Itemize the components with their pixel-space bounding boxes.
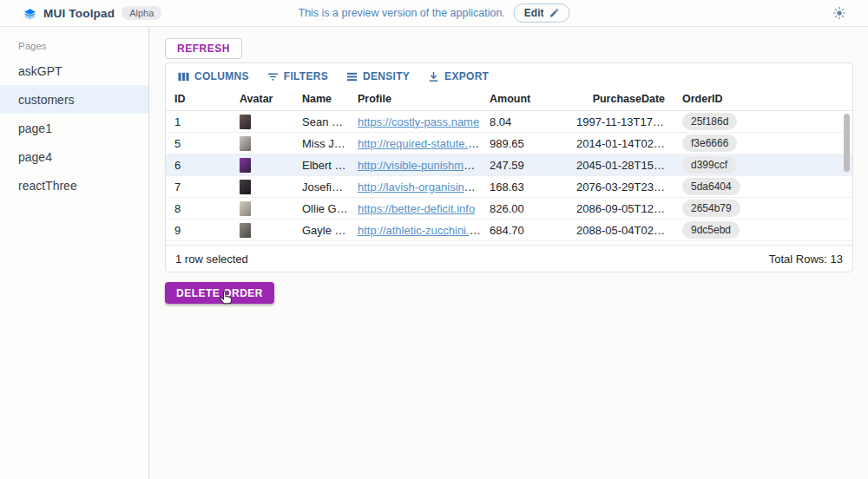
sidebar-item-label: page4 — [18, 150, 52, 164]
grid-header-row: ID Avatar Name Profile Amount PurchaseDa… — [166, 88, 852, 111]
cell-orderid: f3e6666 — [674, 135, 852, 152]
column-header-profile[interactable]: Profile — [349, 93, 481, 105]
cell-orderid: 25f186d — [674, 113, 852, 130]
table-row[interactable]: 1 Sean Harris https://costly-pass.name 8… — [166, 111, 852, 133]
sidebar-item-label: reactThree — [18, 179, 77, 193]
avatar — [240, 158, 251, 173]
order-id-chip: 25f186d — [682, 113, 737, 130]
profile-link[interactable]: https://better-deficit.info — [358, 202, 475, 215]
order-id-chip: f3e6666 — [682, 135, 737, 152]
app-title: MUI Toolpad — [43, 7, 115, 20]
density-icon — [345, 70, 358, 83]
column-header-name[interactable]: Name — [293, 93, 349, 105]
profile-link[interactable]: http://visible-punishment.net — [358, 159, 481, 172]
profile-link[interactable]: https://costly-pass.name — [358, 115, 479, 128]
cell-name: Josefina P... — [293, 180, 349, 194]
header-actions — [833, 7, 868, 19]
cell-avatar — [231, 135, 293, 150]
selection-count: 1 row selected — [175, 253, 248, 266]
cell-profile: http://visible-punishment.net — [349, 159, 481, 172]
sidebar: Pages askGPT customers page1 page4 react… — [0, 27, 149, 479]
cell-id: 6 — [166, 159, 231, 172]
sidebar-item-askGPT[interactable]: askGPT — [0, 56, 148, 85]
grid-rows: 1 Sean Harris https://costly-pass.name 8… — [166, 111, 852, 241]
sidebar-item-reactThree[interactable]: reactThree — [0, 171, 148, 200]
column-header-amount[interactable]: Amount — [481, 93, 568, 105]
preview-banner: This is a preview version of the applica… — [299, 3, 570, 23]
density-button[interactable]: DENSITY — [339, 67, 416, 87]
cell-purchasedate: 2014-01-14T02:37:28.536Z — [568, 137, 674, 150]
cell-amount: 684.70 — [481, 224, 568, 237]
export-icon — [427, 70, 440, 83]
order-id-chip: d399ccf — [682, 156, 736, 174]
cell-avatar — [231, 114, 293, 128]
edit-button-label: Edit — [524, 7, 544, 19]
delete-order-button[interactable]: DELETE ORDER — [165, 282, 274, 304]
column-header-orderid[interactable]: OrderID — [674, 93, 852, 105]
cell-avatar — [231, 200, 293, 215]
profile-link[interactable]: http://required-statute.org — [358, 137, 481, 150]
profile-link[interactable]: http://lavish-organising.name — [358, 180, 481, 194]
pencil-icon — [549, 8, 559, 18]
cell-purchasedate: 1997-11-13T17:24:11.769Z — [568, 115, 674, 128]
cell-name: Elbert McL... — [293, 159, 349, 172]
toolpad-logo-icon — [23, 7, 36, 20]
profile-link[interactable]: http://athletic-zucchini.org — [358, 224, 481, 237]
cell-profile: https://better-deficit.info — [349, 202, 481, 215]
cell-amount: 8.04 — [481, 115, 568, 128]
brand-group: MUI Toolpad Alpha — [0, 6, 161, 20]
sidebar-item-customers[interactable]: customers — [0, 85, 148, 114]
cell-profile: http://required-statute.org — [349, 137, 481, 150]
order-id-chip: 2654b79 — [682, 200, 740, 217]
sidebar-item-label: askGPT — [18, 64, 62, 78]
cell-orderid: 5da6404 — [674, 178, 852, 195]
cell-purchasedate: 2086-09-05T12:37:27.015Z — [568, 202, 674, 215]
cell-profile: https://costly-pass.name — [349, 115, 481, 128]
cell-id: 5 — [166, 137, 231, 150]
data-grid: COLUMNS FILTERS DENSITY — [165, 62, 853, 272]
sidebar-item-page4[interactable]: page4 — [0, 142, 148, 171]
sidebar-section-label: Pages — [0, 27, 148, 56]
edit-button[interactable]: Edit — [514, 3, 570, 23]
cell-avatar — [231, 179, 293, 194]
avatar — [240, 223, 251, 238]
table-row[interactable]: 8 Ollie Green... https://better-deficit.… — [166, 198, 852, 220]
cell-amount: 168.63 — [481, 180, 568, 194]
sidebar-item-page1[interactable]: page1 — [0, 114, 148, 142]
cell-amount: 247.59 — [481, 159, 568, 172]
order-id-chip: 9dc5ebd — [682, 221, 740, 239]
cell-purchasedate: 2045-01-28T15:40:06.325Z — [568, 159, 674, 172]
sidebar-nav: askGPT customers page1 page4 reactThree — [0, 56, 148, 200]
avatar — [240, 201, 251, 216]
main-content: REFRESH COLUMNS FILTERS — [149, 27, 868, 479]
table-row[interactable]: 5 Miss Juan ... http://required-statute.… — [166, 133, 852, 154]
cell-name: Miss Juan ... — [293, 137, 349, 150]
filters-icon — [266, 70, 279, 83]
refresh-button[interactable]: REFRESH — [165, 38, 242, 59]
cell-name: Sean Harris — [293, 115, 349, 128]
preview-banner-text: This is a preview version of the applica… — [299, 7, 505, 19]
theme-toggle-button[interactable] — [833, 7, 845, 19]
table-row[interactable]: 6 Elbert McL... http://visible-punishmen… — [166, 154, 852, 176]
vertical-scrollbar[interactable] — [844, 114, 850, 172]
cell-orderid: d399ccf — [674, 156, 852, 174]
columns-button[interactable]: COLUMNS — [171, 67, 255, 87]
grid-toolbar: COLUMNS FILTERS DENSITY — [166, 63, 852, 88]
cell-orderid: 9dc5ebd — [674, 221, 852, 239]
sun-icon — [833, 7, 845, 19]
grid-footer: 1 row selected Total Rows: 13 — [166, 245, 852, 272]
table-row[interactable]: 9 Gayle Den... http://athletic-zucchini.… — [166, 220, 852, 241]
cell-name: Gayle Den... — [293, 224, 349, 237]
table-row[interactable]: 7 Josefina P... http://lavish-organising… — [166, 176, 852, 198]
filters-button[interactable]: FILTERS — [260, 67, 334, 87]
export-button[interactable]: EXPORT — [421, 67, 495, 87]
cell-id: 7 — [166, 180, 231, 194]
sidebar-item-label: customers — [18, 93, 75, 107]
cell-profile: http://athletic-zucchini.org — [349, 224, 481, 237]
column-header-avatar[interactable]: Avatar — [231, 93, 293, 105]
column-header-id[interactable]: ID — [166, 93, 231, 105]
export-button-label: EXPORT — [444, 70, 489, 82]
sidebar-item-label: page1 — [18, 121, 52, 135]
column-header-purchasedate[interactable]: PurchaseDate — [568, 93, 674, 105]
alpha-badge: Alpha — [122, 6, 161, 20]
